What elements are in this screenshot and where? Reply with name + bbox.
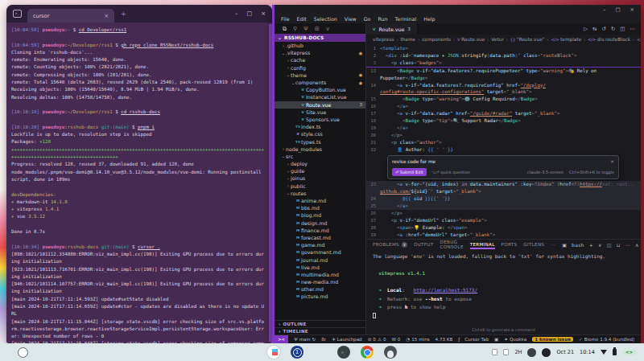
cursor-tab[interactable]: Cursor Tab <box>464 337 489 342</box>
close-icon[interactable]: × <box>610 158 614 166</box>
split-editor-icon[interactable]: ◫ <box>620 26 625 32</box>
screencast-icon-item[interactable]: ▣ <box>494 337 498 342</box>
search-icon[interactable]: ⚲ <box>293 26 297 32</box>
tree-item-journal.md[interactable]: Mjournal.md <box>275 256 365 263</box>
tree-item-other.md[interactable]: Mother.md <box>275 285 365 293</box>
close-icon[interactable]: × <box>261 10 266 17</box>
kill-terminal-icon[interactable]: ⊔ <box>617 242 621 248</box>
terminal-tab[interactable]: cursor × <box>27 9 114 23</box>
app-notification-icon[interactable] <box>527 348 536 357</box>
new-tab-icon[interactable]: + <box>121 10 126 18</box>
menu-file[interactable]: File <box>281 16 290 22</box>
linux-penguin-icon[interactable] <box>384 346 397 359</box>
launchpad[interactable]: ✈Launchpad <box>332 337 361 342</box>
w-counter[interactable]: W 0 <box>391 337 400 342</box>
tree-item-multimedia.md[interactable]: Mmultimedia.md <box>275 271 365 278</box>
panel-tab-output[interactable]: OUTPUT <box>414 240 434 249</box>
panel-tab-ports[interactable]: PORTS <box>502 240 518 249</box>
tree-item-bbs.md[interactable]: Mbbs.md <box>275 204 365 211</box>
tree-item-config[interactable]: ›config <box>275 64 365 72</box>
tree-item-.vitepress[interactable]: ⌄.vitepress● <box>275 49 365 56</box>
new-terminal-icon[interactable]: + <box>589 242 593 248</box>
split-terminal-icon[interactable]: ◫ <box>607 242 612 248</box>
breadcrumb-item[interactable]: components <box>422 37 451 42</box>
tree-item-forecast.md[interactable]: Mforecast.md <box>275 234 365 241</box>
menu-view[interactable]: View <box>345 16 357 22</box>
remote-indicator[interactable]: >< <box>275 335 288 343</box>
menu-selection[interactable]: Selection <box>314 16 337 22</box>
panel-tab-debug-console[interactable]: DEBUG CONSOLE <box>440 240 464 249</box>
play-store-icon[interactable] <box>267 346 280 359</box>
minimize-icon[interactable]: – <box>235 10 238 17</box>
problems-summary[interactable]: ⊘0⚠0 <box>368 337 386 342</box>
tree-item-theme[interactable]: ⌄theme● <box>275 72 365 79</box>
menu-terminal[interactable]: Terminal <box>395 16 417 22</box>
maximize-icon[interactable]: □ <box>247 10 253 17</box>
breadcrumb-item[interactable]: theme <box>400 37 415 42</box>
menu-help[interactable]: Help <box>423 16 435 22</box>
breadcrumb-item[interactable]: {} "Route.vue" <box>510 37 545 42</box>
breadcrumb-item[interactable]: vitepress <box>373 37 394 42</box>
breadcrumb-item[interactable]: V Route.vue <box>457 37 485 42</box>
system-tray[interactable]: 2H Oct 21 10:14 <> <box>492 348 636 357</box>
more-icon[interactable]: ⋯ <box>625 242 630 248</box>
tab-route-vue[interactable]: V Route.vue 3 <box>366 23 418 35</box>
tree-item-index.ts[interactable]: TSindex.ts <box>275 123 365 130</box>
forward-icon[interactable]: ↻ <box>611 26 615 32</box>
tree-item-route.vue[interactable]: VRoute.vue3 <box>275 101 365 109</box>
known-issue[interactable]: 1 known issue <box>532 337 573 342</box>
tree-item-routes[interactable]: ⌄routes <box>275 190 365 197</box>
quokka[interactable]: ✦Quokka <box>504 337 526 342</box>
size-indicator[interactable]: 4.73 KB <box>436 337 453 342</box>
back-icon[interactable]: ↺ <box>601 26 605 32</box>
tree-item-guide[interactable]: ›guide <box>275 167 365 174</box>
menu-edit[interactable]: Edit <box>297 16 307 22</box>
model-selector[interactable]: claude-3.5-sonnet <box>527 169 564 176</box>
time-tracker[interactable]: ◔15 mins <box>406 337 429 342</box>
breadcrumb-item[interactable]: Vetur <box>491 37 503 42</box>
terminal-output[interactable]: [10:04:58] pseudoyu:~ $ cd Developer/rss… <box>6 23 272 343</box>
minimize-icon[interactable]: – <box>603 6 605 13</box>
tree-item-types.ts[interactable]: TStypes.ts <box>275 137 365 145</box>
tree-item-deploy[interactable]: ›deploy <box>275 160 365 167</box>
tree-item-game.md[interactable]: Mgame.md <box>275 241 365 248</box>
tree-item-site.vue[interactable]: VSite.vue <box>275 109 365 116</box>
tree-item-public[interactable]: ›public <box>275 183 365 190</box>
close-icon[interactable]: × <box>630 6 634 13</box>
explorer-icon[interactable]: ⧉ <box>283 26 287 32</box>
section-outline[interactable]: ›OUTLINE <box>275 320 365 327</box>
source-control-icon[interactable]: Ψ <box>303 26 308 32</box>
terminal-dropdown-icon[interactable]: ∨ <box>598 242 602 248</box>
section-timeline[interactable]: ›TIMELINE <box>275 327 365 334</box>
more-actions-icon[interactable]: ⋯ <box>630 26 636 32</box>
tree-item-components[interactable]: ⌄components● <box>275 79 365 86</box>
tree-item-new-media.md[interactable]: Mnew-media.md <box>275 278 365 285</box>
launcher-button[interactable] <box>18 347 28 358</box>
integrated-terminal[interactable]: The language 'env' is not loaded, fallin… <box>366 249 641 327</box>
tree-item-cache[interactable]: ›cache <box>275 56 365 64</box>
tree-item-style.css[interactable]: #style.css <box>275 130 365 137</box>
tab-close-icon[interactable]: × <box>104 13 109 19</box>
chevron-down-icon[interactable]: ∨ <box>326 26 330 32</box>
panel-tab-terminal[interactable]: TERMINAL <box>470 240 495 249</box>
tree-item-src[interactable]: ⌄src <box>275 153 365 160</box>
tree-item-.github[interactable]: ›.github <box>275 42 365 49</box>
app-notification-icon[interactable] <box>542 348 551 357</box>
biome[interactable]: ✓Biome 1.9.4 (bundled) <box>579 337 634 342</box>
cursor-inline-edit-widget[interactable]: revise code for me × ⏎ Submit Edit ⌥⏎ qu… <box>387 155 619 180</box>
tree-item-anime.md[interactable]: Manime.md <box>275 197 365 204</box>
tree-item-copybutton.vue[interactable]: VCopyButton.vue <box>275 86 365 93</box>
gitlens-counter[interactable]: 8r <box>321 337 326 342</box>
explorer-root[interactable]: ⌄ RSSHUB-DOCS <box>275 34 365 42</box>
maximize-icon[interactable]: □ <box>615 6 620 13</box>
maximize-panel-icon[interactable]: ∧ <box>635 242 639 248</box>
tree-item-instancelist.vue[interactable]: VInstanceList.vue <box>275 93 365 101</box>
chrome-icon[interactable] <box>361 346 374 359</box>
prettier[interactable]: ✓Prettier <box>640 337 641 342</box>
fn-indicator[interactable]: ƒ <box>458 337 460 342</box>
breadcrumb-item[interactable]: </> template <box>551 37 581 42</box>
1password-icon[interactable]: 1 <box>291 346 303 359</box>
git-branch[interactable]: Ψmain↻ <box>294 337 316 342</box>
tree-item-blog.md[interactable]: Mblog.md <box>275 211 365 219</box>
tree-item-node_modules[interactable]: ›node_modules <box>275 146 365 153</box>
